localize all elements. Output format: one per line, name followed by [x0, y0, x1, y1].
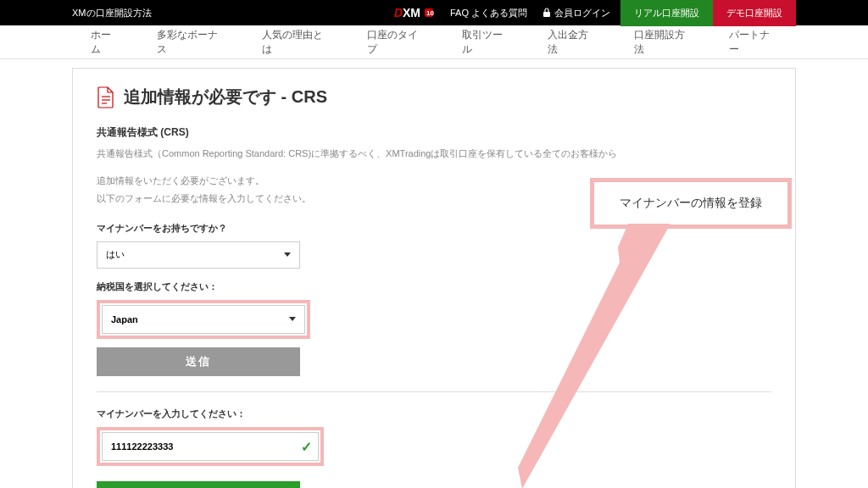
confirm-button[interactable]: 確定 — [97, 481, 300, 488]
faq-link[interactable]: FAQ よくある質問 — [450, 7, 527, 19]
svg-text:D: D — [394, 6, 403, 19]
topbar: XMの口座開設方法 D XM 10 FAQ よくある質問 会員ログイン リアル口… — [0, 0, 868, 25]
open-demo-account-button[interactable]: デモ口座開設 — [713, 0, 796, 26]
nav-bonus[interactable]: 多彩なボーナス — [138, 28, 243, 57]
mynumber-input[interactable] — [102, 432, 319, 461]
tax-country-value: Japan — [111, 314, 138, 324]
open-real-account-button[interactable]: リアル口座開設 — [620, 0, 713, 26]
svg-text:XM: XM — [403, 6, 420, 19]
submit-button[interactable]: 送信 — [97, 347, 300, 376]
mynumber-input-highlight: ✓ — [97, 427, 324, 466]
callout-box: マイナンバーの情報を登録 — [590, 178, 792, 229]
nav-home[interactable]: ホーム — [72, 28, 138, 57]
page-title: 追加情報が必要です - CRS — [124, 86, 327, 108]
nav-open-account[interactable]: 口座開設方法 — [615, 28, 710, 57]
tax-country-highlight: Japan — [97, 300, 310, 339]
topbar-title: XMの口座開設方法 — [72, 7, 394, 19]
mynumber-question-select[interactable]: はい — [97, 241, 300, 269]
chevron-down-icon — [284, 252, 291, 257]
svg-text:10: 10 — [426, 9, 434, 17]
check-icon: ✓ — [301, 438, 312, 454]
section-desc-1: 共通報告様式（Common Reporting Standard: CRS)に準… — [97, 147, 771, 162]
nav-popularity[interactable]: 人気の理由とは — [243, 28, 348, 57]
navbar: ホーム 多彩なボーナス 人気の理由とは 口座のタイプ 取引ツール 入出金方法 口… — [0, 25, 868, 59]
section-title: 共通報告様式 (CRS) — [97, 125, 771, 140]
svg-marker-8 — [518, 224, 670, 488]
xm-logo: D XM 10 — [394, 6, 435, 19]
mynumber-question-value: はい — [106, 248, 125, 261]
lock-icon — [542, 8, 551, 18]
chevron-down-icon — [289, 317, 296, 321]
tax-country-select[interactable]: Japan — [102, 305, 305, 334]
callout: マイナンバーの情報を登録 — [590, 178, 792, 229]
nav-account-types[interactable]: 口座のタイプ — [348, 28, 443, 57]
callout-text: マイナンバーの情報を登録 — [620, 196, 762, 209]
nav-partner[interactable]: パートナー — [710, 28, 796, 57]
svg-rect-4 — [543, 12, 550, 17]
document-icon — [97, 86, 115, 108]
login-label: 会員ログイン — [554, 7, 610, 19]
callout-arrow-icon — [518, 222, 721, 488]
nav-deposit-withdraw[interactable]: 入出金方法 — [529, 28, 615, 57]
login-link[interactable]: 会員ログイン — [542, 7, 610, 19]
nav-trading-tools[interactable]: 取引ツール — [443, 28, 529, 57]
